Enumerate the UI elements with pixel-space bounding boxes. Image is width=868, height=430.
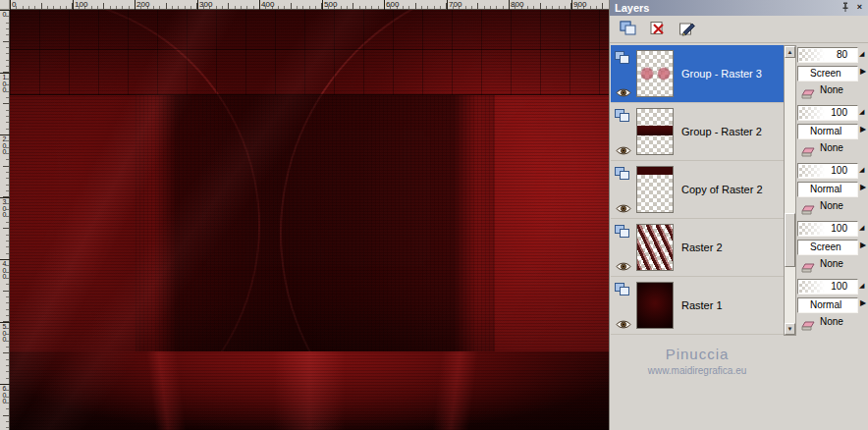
ruler-mark-v: 300 — [1, 199, 8, 219]
close-icon[interactable]: × — [853, 2, 866, 14]
opacity-value: 100 — [831, 107, 847, 118]
layer-thumbnail[interactable] — [636, 282, 674, 329]
layer-group-icon — [615, 50, 629, 68]
pin-glyph — [841, 2, 850, 12]
visibility-eye-icon[interactable] — [616, 142, 631, 160]
link-set-value: None — [820, 316, 843, 327]
opacity-field[interactable]: 100 — [797, 163, 858, 179]
layer-thumbnail[interactable] — [636, 108, 674, 155]
blend-dropdown-arrow-icon[interactable]: ▶ — [860, 183, 866, 191]
opacity-slider-handle-icon[interactable]: ◢ — [859, 108, 864, 116]
blend-mode-select[interactable]: Normal — [797, 182, 858, 197]
opacity-value: 100 — [831, 223, 847, 234]
blend-dropdown-arrow-icon[interactable]: ▶ — [860, 298, 866, 307]
link-set-button[interactable]: None — [799, 199, 866, 214]
palette-toolbar — [610, 16, 868, 43]
palette-title: Layers — [615, 0, 649, 16]
blend-mode-value: Normal — [810, 184, 841, 194]
layer-properties-group: 80 ◢ Screen ▶ None — [797, 45, 868, 101]
layer-name: Raster 2 — [681, 242, 723, 253]
link-set-button[interactable]: None — [799, 83, 866, 98]
ruler-mark-h: 800 — [511, 0, 523, 9]
layers-palette: Layers × — [609, 0, 868, 430]
visibility-eye-icon[interactable] — [616, 84, 631, 102]
blend-mode-value: Screen — [810, 68, 841, 79]
scrollbar-thumb[interactable] — [785, 213, 795, 267]
ruler-mark-h: 900 — [573, 0, 586, 9]
layer-row-group-raster-2[interactable]: Group - Raster 2 — [611, 103, 784, 161]
link-set-button[interactable]: None — [799, 257, 866, 272]
layer-row-raster-1[interactable]: Raster 1 — [611, 277, 784, 335]
layer-name: Group - Raster 3 — [681, 68, 762, 80]
layer-properties-group: 100 ◢ Normal ▶ None — [797, 103, 868, 159]
scroll-up-arrow-icon[interactable]: ▲ — [785, 46, 795, 58]
link-set-value: None — [820, 258, 843, 269]
visibility-eye-icon[interactable] — [616, 200, 631, 218]
link-set-value: None — [820, 84, 843, 95]
horizontal-ruler: 0 100 200 300 400 500 600 700 800 900 — [10, 0, 609, 10]
eraser-icon — [801, 143, 815, 161]
ruler-mark-h: 300 — [199, 0, 212, 9]
opacity-slider-handle-icon[interactable]: ◢ — [859, 282, 864, 290]
opacity-value: 100 — [831, 165, 847, 176]
ruler-mark-h: 700 — [449, 0, 461, 9]
layer-icon — [615, 282, 629, 299]
layer-properties-group: 100 ◢ Screen ▶ None — [797, 219, 868, 275]
ruler-corner — [0, 0, 10, 10]
ruler-mark-v: 0 — [1, 12, 8, 19]
eraser-icon — [801, 317, 815, 335]
ruler-mark-h: 400 — [261, 0, 274, 9]
opacity-field[interactable]: 80 — [797, 47, 858, 63]
ruler-mark-v: 100 — [1, 75, 8, 94]
watermark-url: www.maidiregrafica.eu — [611, 365, 784, 376]
link-set-button[interactable]: None — [799, 315, 866, 330]
layer-thumbnail[interactable] — [636, 166, 674, 213]
layer-row-copy-of-raster-2[interactable]: Copy of Raster 2 — [611, 161, 784, 219]
link-set-value: None — [820, 142, 843, 153]
visibility-eye-icon[interactable] — [616, 316, 631, 334]
layer-group-icon — [615, 108, 629, 126]
layer-icon — [615, 224, 629, 242]
opacity-field[interactable]: 100 — [797, 105, 858, 121]
opacity-slider-handle-icon[interactable]: ◢ — [859, 224, 864, 232]
blend-dropdown-arrow-icon[interactable]: ▶ — [860, 67, 866, 76]
new-layer-button[interactable] — [616, 18, 641, 41]
link-set-button[interactable]: None — [799, 141, 866, 156]
layer-thumbnail[interactable] — [636, 50, 674, 97]
new-layer-icon — [620, 21, 637, 36]
opacity-field[interactable]: 100 — [797, 221, 858, 237]
ruler-mark-h: 200 — [136, 0, 149, 9]
image-canvas[interactable] — [10, 10, 609, 430]
ruler-mark-h: 600 — [386, 0, 399, 9]
layer-thumbnail[interactable] — [636, 224, 674, 271]
blend-dropdown-arrow-icon[interactable]: ▶ — [860, 125, 866, 134]
blend-mode-select[interactable]: Screen — [797, 240, 858, 255]
edit-layer-button[interactable] — [675, 18, 700, 41]
layer-row-raster-2[interactable]: Raster 2 — [611, 219, 784, 277]
layer-list-scrollbar[interactable]: ▲ ▼ — [784, 45, 796, 336]
ruler-mark-h: 100 — [75, 0, 87, 9]
delete-layer-button[interactable] — [645, 18, 671, 41]
blend-mode-select[interactable]: Normal — [797, 124, 858, 139]
scroll-down-arrow-icon[interactable]: ▼ — [785, 323, 795, 335]
opacity-field[interactable]: 100 — [797, 279, 858, 295]
layer-icon — [615, 166, 629, 184]
layer-row-group-raster-3[interactable]: Group - Raster 3 — [611, 45, 784, 103]
app-window: 0 100 200 300 400 500 600 700 800 900 0 … — [0, 0, 868, 430]
watermark-signature: Pinuccia — [611, 346, 784, 362]
link-set-value: None — [820, 200, 843, 211]
eraser-icon — [801, 201, 815, 219]
layer-properties-group: 100 ◢ Normal ▶ None — [797, 277, 868, 333]
blend-dropdown-arrow-icon[interactable]: ▶ — [860, 241, 866, 249]
vertical-ruler: 0 100 200 300 400 500 600 — [0, 10, 10, 430]
opacity-slider-handle-icon[interactable]: ◢ — [859, 50, 864, 58]
blend-mode-select[interactable]: Screen — [797, 66, 858, 81]
opacity-slider-handle-icon[interactable]: ◢ — [859, 166, 864, 174]
visibility-eye-icon[interactable] — [616, 258, 631, 276]
pin-icon[interactable] — [839, 2, 851, 14]
ruler-mark-v: 500 — [1, 324, 8, 344]
blend-mode-select[interactable]: Normal — [797, 297, 858, 313]
opacity-value: 100 — [831, 281, 847, 292]
palette-titlebar[interactable]: Layers × — [610, 0, 868, 16]
delete-layer-icon — [649, 21, 667, 36]
